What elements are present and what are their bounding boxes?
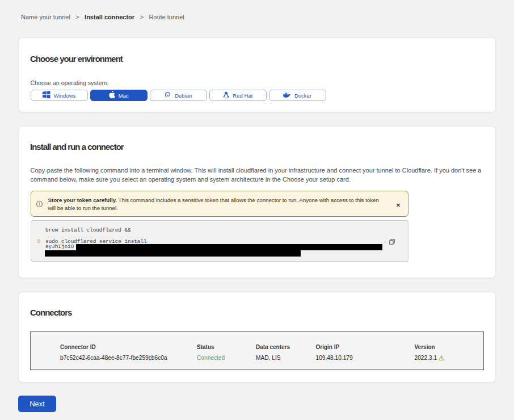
svg-text:!: ! [441,356,442,360]
